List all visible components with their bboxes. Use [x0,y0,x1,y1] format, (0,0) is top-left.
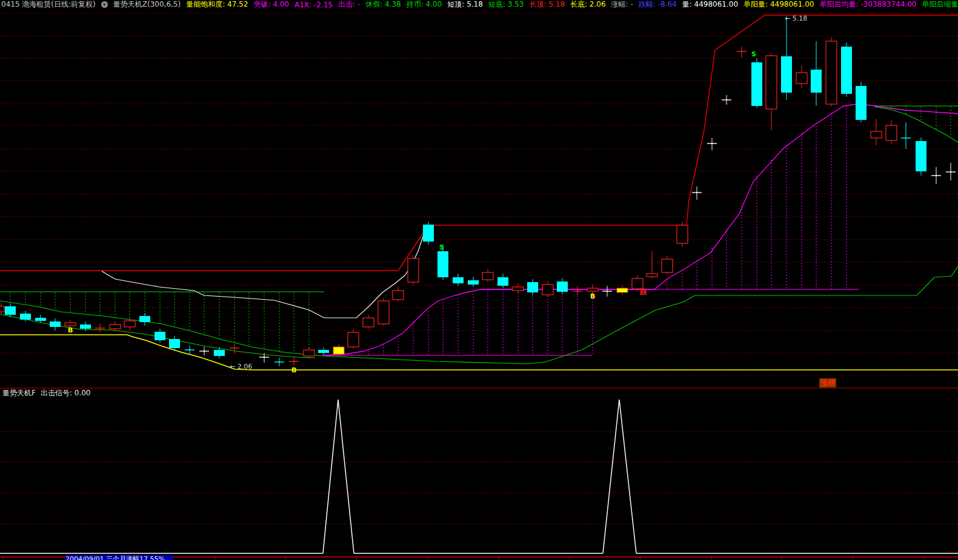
candle-down [557,282,568,292]
header-indicator-value: 短底: 3.53 [488,0,524,9]
candle-down [751,62,762,106]
candle-doji [936,175,937,176]
candle-doji [293,361,294,362]
candle-up [826,41,837,104]
candle-down [453,277,464,283]
header-indicator-value: A1X: -2.15 [294,1,333,9]
yellow-long-bottom [0,335,958,370]
header-indicator-value: 单阳量: 4498061.00 [743,0,814,9]
candle-down [20,314,31,320]
trading-app-window: { "header": { "stock": "0415 渤海租赁(日线:前复权… [0,0,958,560]
header-indicator-value: 量势天机Z(300,6,5) [113,0,181,9]
candle-down [169,339,180,348]
candle-up [363,318,374,327]
candle-up [587,288,598,291]
candle-up [408,259,419,282]
candle-up [886,125,897,140]
candle-down [856,86,867,120]
header-indicator-value: 长底: 2.06 [570,0,606,9]
candle-up [378,301,389,324]
candle-down [916,141,926,171]
header-indicator-value: 短顶: 5.18 [447,0,483,9]
candle-up [482,272,493,280]
header-indicator-value: 出击: - [338,0,360,9]
candle-down [781,56,792,93]
header-indicator-value: 量: 4498061.00 [682,0,738,9]
header-indicator-value: 长顶: 5.18 [529,0,565,9]
candle-down [139,316,150,322]
candle-down [155,332,165,340]
white-ma-line [102,233,424,318]
candle-doji [905,137,906,139]
candle-doji [99,328,101,329]
signal-triangle-2 [603,400,636,553]
candle-down [437,251,448,277]
candle-up [766,56,777,109]
candle-up [348,332,359,347]
candle-doji [726,99,727,100]
candle-down [80,324,91,329]
candle-down [50,321,61,327]
candle-doji [711,143,713,144]
candle-down [214,350,225,356]
candle-up [124,321,135,327]
candle-up [0,306,4,312]
candle-down [527,282,538,292]
candle-up [796,73,807,84]
candle-gold [617,288,628,292]
candle-up [110,324,121,329]
header-indicator-value: 单阳后均量: -303883744.00 [819,0,916,9]
candle-doji [607,291,608,292]
stock-title: 0415 渤海租赁(日线:前复权) [1,0,96,9]
header-indicator-value: 跌幅: -8.64 [639,0,677,9]
header-indicator-value: 涨幅: - [611,0,633,9]
collapse-icon[interactable]: ▾ [101,1,108,8]
rank-list-badge[interactable]: 涨榜 [819,378,836,387]
candle-doji [696,192,697,193]
candle-down [468,280,479,285]
candle-up [513,287,524,291]
candle-up [65,323,76,326]
candle-up [542,285,553,295]
candle-doji [264,357,265,358]
candle-doji [234,348,235,349]
candle-doji [279,361,280,363]
range-stat-bar: 2004/09/01 三个月涨幅17.55% [65,555,173,560]
candle-doji [189,349,190,351]
candle-down [5,306,16,315]
chart-canvas[interactable] [0,0,958,560]
candle-gold [333,347,344,354]
header-indicator-value: 单阳后缩量: 1.00 [922,0,958,9]
candle-up [647,274,657,277]
candle-down [497,277,508,286]
header-indicator-value: 休假: 4.38 [365,0,401,9]
header-indicator-value: 突破: 4.00 [253,0,289,9]
candle-doji [204,351,205,352]
header-indicator-value: 持币: 4.00 [407,0,442,9]
candle-down [318,350,329,353]
candle-down [841,47,852,94]
candle-up [632,278,643,289]
long-top-line [0,15,958,271]
candle-down [423,225,434,242]
candle-down [811,70,822,93]
candle-doji [950,171,951,173]
header-indicator-value: 量能饱和度: 47.52 [186,0,248,9]
signal-triangle-1 [323,400,354,553]
candle-doji [741,51,742,52]
candle-doji [577,291,578,292]
candle-up [871,131,882,138]
green-curve-a [0,266,958,364]
candle-down [35,318,46,321]
candle-up [304,350,314,356]
candle-up [677,225,688,243]
candle-up [662,259,673,272]
candle-up [393,291,404,300]
indicator-header: 0415 渤海租赁(日线:前复权) ▾ 量势天机Z(300,6,5)量能饱和度:… [0,0,958,9]
